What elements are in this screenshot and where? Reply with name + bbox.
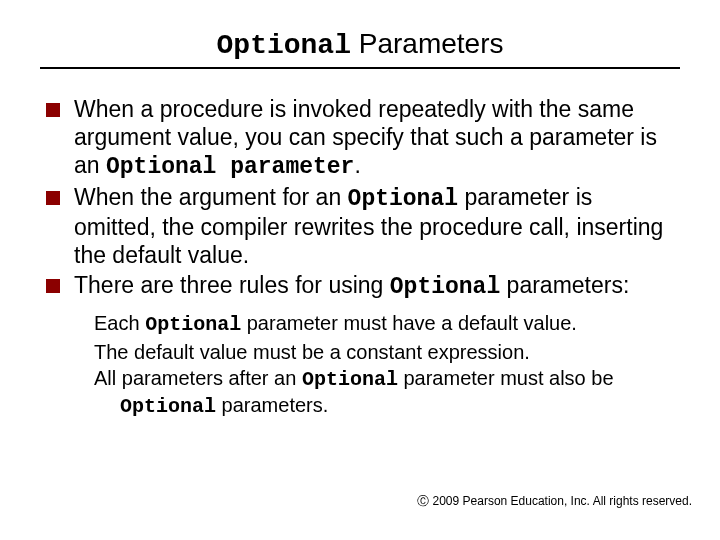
sub-2-p4: parameters. <box>216 394 328 416</box>
bullet-1-p0: When the argument for an <box>74 184 348 210</box>
bullet-1: When the argument for an Optional parame… <box>40 183 680 269</box>
sub-bullet-0: Each Optional parameter must have a defa… <box>94 311 680 337</box>
bullet-0-p2: . <box>354 152 360 178</box>
sub-list: Each Optional parameter must have a defa… <box>94 311 680 419</box>
sub-0-p2: parameter must have a default value. <box>241 312 577 334</box>
sub-bullet-2: All parameters after an Optional paramet… <box>94 366 680 419</box>
slide: Optional Parameters When a procedure is … <box>0 0 720 540</box>
main-list: When a procedure is invoked repeatedly w… <box>40 95 680 301</box>
sub-1-p0: The default value must be a constant exp… <box>94 341 530 363</box>
sub-0-p1: Optional <box>145 313 241 336</box>
title-mono: Optional <box>217 30 351 61</box>
bullet-2-p0: There are three rules for using <box>74 272 390 298</box>
sub-2-p0: All parameters after an <box>94 367 302 389</box>
bullet-0: When a procedure is invoked repeatedly w… <box>40 95 680 181</box>
sub-0-p0: Each <box>94 312 145 334</box>
footer: Ⓒ 2009 Pearson Education, Inc. All right… <box>417 493 692 510</box>
slide-title: Optional Parameters <box>40 28 680 61</box>
title-rule <box>40 67 680 69</box>
copyright-icon: Ⓒ <box>417 494 432 508</box>
bullet-2: There are three rules for using Optional… <box>40 271 680 301</box>
sub-bullet-1: The default value must be a constant exp… <box>94 340 680 364</box>
bullet-0-p1: Optional parameter <box>106 154 354 180</box>
title-rest: Parameters <box>351 28 504 59</box>
sub-2-p2: parameter must also be <box>398 367 614 389</box>
sub-2-p3: Optional <box>120 395 216 418</box>
footer-text: 2009 Pearson Education, Inc. All rights … <box>433 494 692 508</box>
sub-2-p1: Optional <box>302 368 398 391</box>
bullet-2-p1: Optional <box>390 274 500 300</box>
bullet-1-p1: Optional <box>348 186 458 212</box>
bullet-2-p2: parameters: <box>500 272 629 298</box>
